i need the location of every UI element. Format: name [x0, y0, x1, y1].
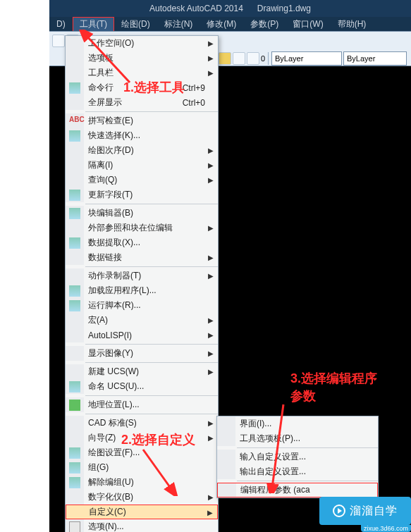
submenu-import[interactable]: 输入自定义设置... — [217, 450, 378, 464]
submenu-arrow-icon: ▶ — [208, 54, 214, 62]
dataextract-icon — [69, 237, 80, 249]
submenu-arrow-icon: ▶ — [208, 147, 214, 154]
menu-ungroup[interactable]: 解除编组(U) — [66, 475, 218, 490]
submenu-arrow-icon: ▶ — [208, 224, 214, 232]
menubar: D) 工具(T) 绘图(D) 标注(N) 修改(M) 参数(P) 窗口(W) 帮… — [49, 17, 411, 31]
file-name: Drawing1.dwg — [257, 4, 311, 13]
menu-autolisp[interactable]: AutoLISP(I)▶ — [66, 328, 218, 342]
menu-draworder[interactable]: 绘图次序(D)▶ — [66, 143, 218, 158]
tools-menu: 工作空间(O)▶ 选项板▶ 工具栏▶ 命令行Ctrl+9 全屏显示Ctrl+0 … — [65, 35, 219, 532]
menu-actionrecorder[interactable]: 动作录制器(T)▶ — [66, 268, 218, 283]
menu-dataextract[interactable]: 数据提取(X)... — [66, 235, 218, 250]
menu-cadstandards[interactable]: CAD 标准(S)▶ — [66, 416, 218, 431]
menu-query[interactable]: 查询(Q)▶ — [66, 173, 218, 187]
customize-submenu: 界面(I)... 工具选项板(P)... 输入自定义设置... 输出自定义设置.… — [216, 416, 379, 498]
submenu-palette[interactable]: 工具选项板(P)... — [217, 431, 378, 446]
app-name: Autodesk AutoCAD 2014 — [149, 4, 243, 13]
menu-wizard[interactable]: 向导(Z)▶ — [66, 431, 218, 445]
menu-xref[interactable]: 外部参照和块在位编辑▶ — [66, 221, 218, 235]
menu-drawsettings[interactable]: 绘图设置(F)... — [66, 445, 218, 460]
menu-updatefield[interactable]: 更新字段(T) — [66, 187, 218, 202]
spellcheck-icon: ABC — [69, 116, 80, 127]
layer-color-combo[interactable]: ByLayer — [271, 51, 342, 66]
submenu-arrow-icon: ▶ — [208, 316, 214, 324]
menu-customize[interactable]: 自定义(C)▶ — [66, 505, 218, 519]
freeze-icon[interactable] — [247, 52, 259, 65]
bulb-icon[interactable] — [219, 52, 231, 65]
menu-prev-fragment[interactable]: D) — [49, 18, 73, 30]
menu-runscript[interactable]: 运行脚本(R)... — [66, 298, 218, 313]
menu-palette[interactable]: 选项板▶ — [66, 51, 218, 66]
menu-options[interactable]: 选项(N)... — [66, 519, 218, 532]
watermark-url: zixue.3d66.com — [361, 525, 411, 532]
menu-isolate[interactable]: 隔离(I)▶ — [66, 158, 218, 173]
dsettings-icon — [69, 447, 80, 459]
menu-macro[interactable]: 宏(A)▶ — [66, 313, 218, 328]
quickselect-icon — [69, 130, 80, 142]
menu-divider — [85, 111, 218, 112]
submenu-arrow-icon: ▶ — [208, 161, 214, 169]
submenu-arrow-icon: ▶ — [208, 368, 214, 376]
submenu-arrow-icon: ▶ — [208, 349, 214, 357]
menu-divider — [85, 204, 218, 204]
submenu-arrow-icon: ▶ — [208, 493, 214, 501]
appload-icon — [69, 285, 80, 297]
cmdline-icon — [69, 82, 80, 94]
menu-blockeditor[interactable]: 块编辑器(B) — [66, 206, 218, 221]
submenu-divider — [237, 447, 378, 448]
submenu-arrow-icon: ▶ — [207, 509, 213, 516]
menu-params[interactable]: 参数(P) — [243, 17, 286, 32]
menu-namedusc[interactable]: 命名 UCS(U)... — [66, 379, 218, 394]
layer-linetype-combo[interactable]: ByLayer — [343, 51, 407, 66]
menu-divider — [85, 362, 218, 363]
geo-icon — [69, 400, 80, 411]
menu-spellcheck[interactable]: ABC拼写检查(E) — [66, 113, 218, 128]
menu-fullscreen[interactable]: 全屏显示Ctrl+0 — [66, 95, 218, 110]
menu-newucs[interactable]: 新建 UCS(W)▶ — [66, 364, 218, 379]
menu-divider — [85, 344, 218, 345]
toolbar-icon[interactable] — [52, 35, 65, 47]
lock-icon[interactable] — [233, 52, 245, 65]
toolbar-separator — [268, 52, 269, 65]
submenu-divider — [237, 481, 378, 481]
options-icon — [69, 521, 80, 533]
menu-geolocation[interactable]: 地理位置(L)... — [66, 397, 218, 412]
menu-window[interactable]: 窗口(W) — [286, 17, 330, 32]
group-icon — [69, 462, 80, 474]
watermark-brand: 溜溜自学 — [350, 504, 398, 519]
ucs-icon — [69, 381, 80, 392]
menu-help[interactable]: 帮助(H) — [331, 17, 374, 32]
menu-draw[interactable]: 绘图(D) — [114, 17, 157, 32]
submenu-arrow-icon: ▶ — [208, 176, 214, 184]
menu-tools[interactable]: 工具(T) — [73, 17, 114, 32]
menu-divider — [85, 414, 218, 414]
menu-datalink[interactable]: 数据链接▶ — [66, 250, 218, 265]
titlebar: Autodesk AutoCAD 2014 Drawing1.dwg — [49, 0, 411, 17]
submenu-arrow-icon: ▶ — [208, 419, 214, 427]
menu-dimension[interactable]: 标注(N) — [157, 17, 200, 32]
field-icon — [69, 190, 80, 201]
menu-workspace[interactable]: 工作空间(O)▶ — [66, 36, 218, 51]
submenu-arrow-icon: ▶ — [208, 254, 214, 261]
menu-toolbar[interactable]: 工具栏▶ — [66, 66, 218, 80]
menu-group[interactable]: 组(G) — [66, 460, 218, 475]
layer-zero: 0 — [261, 54, 265, 63]
ungroup-icon — [69, 477, 80, 488]
menu-displayimage[interactable]: 显示图像(Y)▶ — [66, 346, 218, 361]
submenu-edit-params[interactable]: 编辑程序参数 (aca — [217, 483, 378, 497]
menu-commandline[interactable]: 命令行Ctrl+9 — [66, 80, 218, 95]
play-icon — [333, 505, 345, 517]
block-icon — [69, 208, 80, 219]
script-icon — [69, 300, 80, 311]
menu-divider — [85, 395, 218, 396]
submenu-interface[interactable]: 界面(I)... — [217, 416, 378, 431]
menu-modify[interactable]: 修改(M) — [200, 17, 243, 32]
submenu-arrow-icon: ▶ — [208, 434, 214, 442]
menu-digitizer[interactable]: 数字化仪(B)▶ — [66, 490, 218, 505]
menu-divider — [85, 266, 218, 267]
menu-appload[interactable]: 加载应用程序(L)... — [66, 283, 218, 298]
page-left-margin — [0, 0, 49, 532]
submenu-arrow-icon: ▶ — [208, 39, 214, 47]
submenu-export[interactable]: 输出自定义设置... — [217, 464, 378, 479]
menu-quickselect[interactable]: 快速选择(K)... — [66, 128, 218, 143]
